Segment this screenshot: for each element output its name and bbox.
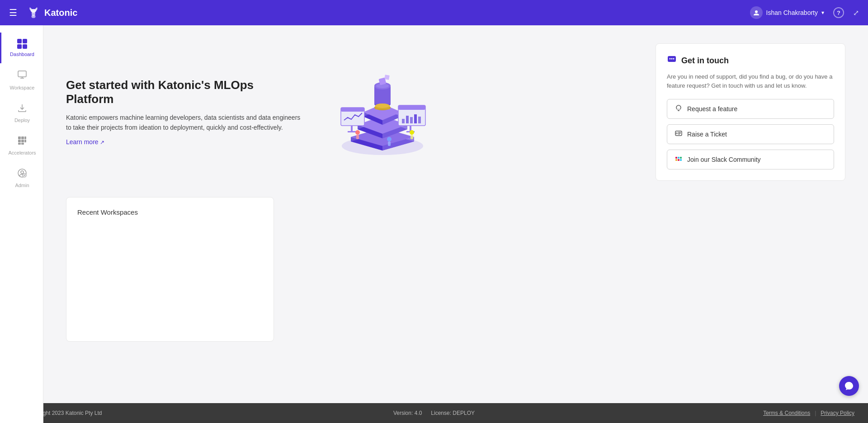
svg-rect-56: [410, 135, 413, 139]
svg-point-13: [21, 171, 24, 174]
footer-right: Terms & Conditions | Privacy Policy: [763, 410, 854, 416]
bulb-icon: [675, 104, 683, 112]
sidebar-item-deploy[interactable]: Deploy: [0, 97, 43, 129]
svg-rect-40: [410, 117, 413, 123]
svg-rect-41: [414, 114, 417, 123]
dashboard-icon: [17, 39, 27, 49]
svg-rect-10: [18, 143, 21, 145]
user-name: Ishan Chakraborty: [766, 9, 818, 16]
grid-icon: [17, 136, 27, 146]
card-title: Get in touch: [681, 56, 729, 66]
svg-point-2: [755, 10, 758, 13]
logo: Katonic: [26, 5, 77, 20]
request-feature-label: Request a feature: [687, 105, 737, 113]
logo-text: Katonic: [44, 8, 77, 18]
admin-circle-icon: [17, 168, 27, 178]
user-menu[interactable]: Ishan Chakraborty ▾: [750, 6, 824, 19]
svg-rect-54: [388, 141, 391, 146]
svg-rect-4: [18, 136, 21, 139]
sidebar-item-admin[interactable]: Admin: [0, 162, 43, 194]
monitor-icon: [17, 70, 27, 80]
lightbulb-icon: [675, 104, 683, 114]
svg-point-59: [671, 58, 673, 60]
slack-community-label: Join our Slack Community: [687, 156, 761, 163]
svg-point-35: [375, 103, 390, 108]
footer: Copyright 2023 Katonic Pty Ltd Version: …: [0, 403, 868, 423]
card-title-row: Get in touch: [667, 55, 834, 67]
sidebar-item-dashboard[interactable]: Dashboard: [0, 33, 43, 63]
ticket-icon: [675, 129, 683, 139]
chat-fab-button[interactable]: [839, 376, 859, 396]
recent-workspaces-title: Recent Workspaces: [77, 208, 138, 216]
hero-content: Get started with Katonic's MLOps Platfor…: [66, 78, 301, 146]
slack-community-button[interactable]: Join our Slack Community: [667, 150, 834, 169]
svg-rect-11: [21, 143, 24, 145]
version-text: Version: 4.0: [393, 410, 422, 416]
svg-rect-38: [402, 119, 405, 123]
svg-rect-8: [21, 140, 24, 142]
sidebar-item-accelerators[interactable]: Accelerators: [0, 129, 43, 162]
svg-rect-3: [18, 71, 26, 77]
user-avatar-icon: [753, 9, 760, 16]
fullscreen-icon[interactable]: ⤢: [853, 9, 859, 17]
hero-description: Katonic empowers machine learning develo…: [66, 113, 301, 133]
slack-svg-icon: [675, 155, 683, 163]
topbar-left: ☰ Katonic: [9, 5, 77, 20]
hero-title: Get started with Katonic's MLOps Platfor…: [66, 78, 301, 106]
privacy-link[interactable]: Privacy Policy: [821, 410, 854, 416]
svg-rect-6: [24, 136, 26, 139]
recent-workspaces-card: Recent Workspaces: [66, 197, 274, 342]
license-text: License: DEPLOY: [431, 410, 475, 416]
sidebar: Dashboard Workspace Deploy: [0, 25, 43, 423]
svg-rect-69: [680, 157, 682, 159]
svg-rect-46: [341, 108, 364, 112]
download-icon: [17, 103, 27, 113]
mlops-illustration: [315, 62, 450, 162]
deploy-icon: [17, 103, 27, 115]
help-icon[interactable]: ?: [833, 7, 844, 18]
svg-point-51: [355, 130, 360, 135]
svg-rect-50: [384, 75, 390, 80]
topbar: ☰ Katonic Ishan Cha: [0, 0, 868, 25]
ticket-svg-icon: [675, 129, 683, 137]
sidebar-item-label: Admin: [15, 183, 29, 188]
topbar-right: Ishan Chakraborty ▾ ? ⤢: [750, 6, 859, 19]
raise-ticket-label: Raise a Ticket: [687, 131, 727, 138]
svg-rect-52: [356, 135, 359, 139]
message-icon: [667, 55, 677, 65]
admin-icon: [17, 168, 27, 180]
svg-rect-71: [678, 159, 679, 161]
accelerators-icon: [17, 136, 27, 147]
hero-illustration: [310, 60, 455, 164]
sidebar-item-label: Workspace: [10, 85, 35, 90]
svg-rect-43: [410, 126, 411, 131]
sidebar-item-workspace[interactable]: Workspace: [0, 63, 43, 97]
svg-rect-48: [348, 131, 356, 132]
avatar: [750, 6, 763, 19]
svg-rect-68: [678, 157, 679, 159]
learn-more-link[interactable]: Learn more ↗: [66, 138, 104, 146]
hero-row: Get started with Katonic's MLOps Platfor…: [66, 43, 845, 181]
chat-fab-icon: [844, 381, 854, 391]
svg-rect-9: [24, 140, 26, 142]
terms-link[interactable]: Terms & Conditions: [763, 410, 810, 416]
get-in-touch-card: Get in touch Are you in need of support,…: [656, 43, 845, 181]
svg-rect-42: [418, 117, 421, 123]
svg-rect-39: [406, 116, 409, 123]
hero-section: Get started with Katonic's MLOps Platfor…: [66, 43, 624, 181]
sidebar-item-label: Dashboard: [10, 52, 34, 57]
footer-center: Version: 4.0 License: DEPLOY: [393, 410, 475, 416]
logo-icon: [26, 5, 41, 20]
chat-title-icon: [667, 55, 677, 67]
svg-rect-67: [675, 157, 677, 159]
request-feature-button[interactable]: Request a feature: [667, 99, 834, 119]
raise-ticket-button[interactable]: Raise a Ticket: [667, 124, 834, 144]
svg-point-53: [387, 137, 392, 141]
svg-point-63: [676, 133, 678, 134]
footer-divider: |: [815, 410, 816, 416]
svg-rect-70: [675, 159, 677, 161]
svg-point-58: [670, 58, 671, 60]
sidebar-item-label: Deploy: [14, 118, 30, 123]
chevron-down-icon: ▾: [821, 9, 824, 16]
menu-toggle-button[interactable]: ☰: [9, 7, 17, 18]
